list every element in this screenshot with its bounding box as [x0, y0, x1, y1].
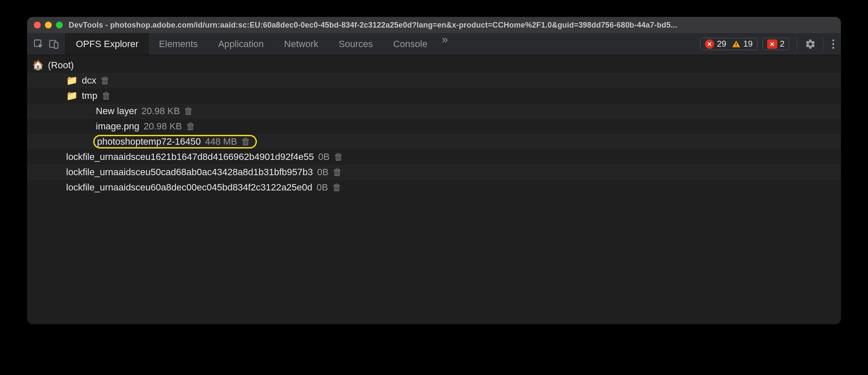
delete-trash-icon[interactable]: 🗑: [333, 167, 342, 178]
tree-row[interactable]: photoshoptemp72-16450448 MB🗑: [27, 134, 841, 149]
close-window-button[interactable]: [34, 22, 41, 28]
svg-point-5: [832, 39, 835, 41]
file-name: lockfile_urnaaidsceu1621b1647d8d4166962b…: [66, 151, 314, 162]
messages-badge[interactable]: ✕ 2: [762, 38, 789, 50]
tab-opfs-explorer[interactable]: OPFS Explorer: [66, 33, 149, 55]
tree-row[interactable]: lockfile_urnaaidsceu60a8dec00ec045bd834f…: [27, 180, 841, 195]
file-name: tmp: [82, 90, 97, 101]
tab-console[interactable]: Console: [383, 33, 438, 55]
maximize-window-button[interactable]: [56, 22, 63, 28]
tree-row[interactable]: 📁tmp🗑: [27, 88, 841, 104]
file-size: 0B: [317, 182, 328, 193]
tree-row[interactable]: 📁dcx🗑: [27, 73, 841, 88]
tabs-overflow-icon[interactable]: »: [437, 33, 452, 55]
delete-trash-icon[interactable]: 🗑: [186, 121, 195, 132]
tree-row[interactable]: lockfile_urnaaidsceu1621b1647d8d4166962b…: [27, 149, 841, 165]
file-size: 448 MB: [205, 136, 237, 147]
message-error-count: 2: [780, 39, 785, 49]
file-size: 0B: [317, 167, 328, 178]
warning-count: 19: [743, 39, 753, 49]
settings-gear-icon[interactable]: [805, 39, 816, 50]
window-controls: [34, 22, 63, 28]
file-name: photoshoptemp72-16450: [97, 136, 201, 147]
message-error-icon: ✕: [767, 39, 777, 49]
tabbar-left-controls: [27, 33, 66, 55]
file-name: lockfile_urnaaidsceu60a8dec00ec045bd834f…: [66, 182, 312, 193]
tree-row[interactable]: image.png20.98 KB🗑: [27, 119, 841, 134]
tab-elements[interactable]: Elements: [149, 33, 208, 55]
window-title: DevTools - photoshop.adobe.com/id/urn:aa…: [69, 21, 834, 30]
error-count: 29: [717, 39, 726, 49]
highlight-ring: photoshoptemp72-16450448 MB🗑: [93, 135, 257, 148]
tab-label: Console: [393, 39, 428, 50]
delete-trash-icon[interactable]: 🗑: [100, 75, 110, 86]
tree-root-label: (Root): [48, 60, 74, 71]
issue-counts-badge[interactable]: ✕ 29 19: [700, 38, 757, 50]
tab-label: OPFS Explorer: [76, 39, 139, 50]
tabbar-right-controls: ✕ 29 19 ✕ 2: [694, 33, 841, 55]
opfs-file-tree: 🏠(Root)📁dcx🗑📁tmp🗑New layer20.98 KB🗑image…: [27, 55, 841, 324]
devtools-tabbar: OPFS ExplorerElementsApplicationNetworkS…: [27, 33, 841, 55]
file-name: image.png: [96, 121, 139, 132]
tree-row[interactable]: lockfile_urnaaidsceu50cad68ab0ac43428a8d…: [27, 165, 841, 180]
file-size: 20.98 KB: [144, 121, 182, 132]
divider: [797, 38, 797, 50]
file-size: 20.98 KB: [142, 106, 180, 117]
titlebar: DevTools - photoshop.adobe.com/id/urn:aa…: [27, 17, 841, 33]
svg-rect-2: [54, 42, 58, 48]
delete-trash-icon[interactable]: 🗑: [102, 90, 111, 101]
tab-label: Network: [284, 39, 318, 50]
file-name: dcx: [82, 75, 96, 86]
tree-row[interactable]: New layer20.98 KB🗑: [27, 104, 841, 119]
tab-application[interactable]: Application: [208, 33, 274, 55]
tab-label: Application: [218, 39, 264, 50]
delete-trash-icon[interactable]: 🗑: [334, 151, 343, 162]
svg-rect-4: [736, 45, 737, 46]
kebab-menu-icon[interactable]: [832, 39, 835, 50]
divider: [823, 38, 824, 50]
delete-trash-icon[interactable]: 🗑: [332, 182, 342, 193]
error-icon: ✕: [705, 39, 714, 49]
delete-trash-icon[interactable]: 🗑: [184, 106, 193, 117]
svg-point-7: [832, 47, 835, 49]
file-size: 0B: [318, 151, 330, 162]
folder-icon: 📁: [66, 90, 78, 101]
svg-point-6: [832, 43, 835, 45]
tree-root[interactable]: 🏠(Root): [27, 58, 841, 73]
tab-label: Elements: [159, 39, 198, 50]
tab-sources[interactable]: Sources: [328, 33, 383, 55]
devtools-window: DevTools - photoshop.adobe.com/id/urn:aa…: [27, 17, 841, 324]
minimize-window-button[interactable]: [45, 22, 52, 28]
home-icon: 🏠: [32, 60, 44, 71]
devtools-tabs: OPFS ExplorerElementsApplicationNetworkS…: [66, 33, 437, 55]
svg-rect-3: [736, 43, 737, 45]
delete-trash-icon[interactable]: 🗑: [241, 136, 250, 147]
folder-icon: 📁: [66, 75, 78, 86]
inspect-element-icon[interactable]: [33, 39, 44, 50]
file-name: lockfile_urnaaidsceu50cad68ab0ac43428a8d…: [66, 167, 313, 178]
tab-network[interactable]: Network: [274, 33, 328, 55]
file-name: New layer: [96, 106, 137, 117]
device-toolbar-icon[interactable]: [48, 39, 59, 50]
tab-label: Sources: [339, 39, 373, 50]
warning-icon: [732, 39, 741, 49]
